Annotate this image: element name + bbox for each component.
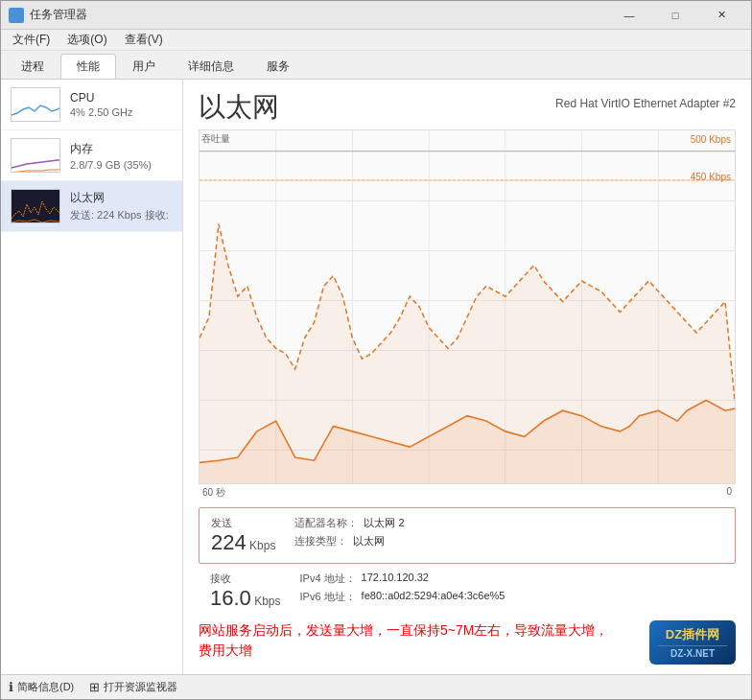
chart-label-500k: 500 Kbps	[691, 134, 731, 145]
panel-subtitle: Red Hat VirtIO Ethernet Adapter #2	[555, 97, 736, 110]
send-stat-block: 发送 224 Kbps	[211, 516, 275, 555]
title-bar: 任务管理器 — □ ✕	[1, 1, 751, 30]
network-stat: 发送: 224 Kbps 接收:	[70, 208, 173, 222]
conn-type-key: 连接类型：	[294, 534, 347, 548]
tab-users[interactable]: 用户	[116, 54, 172, 79]
tab-details[interactable]: 详细信息	[172, 54, 250, 79]
main-content: CPU 4% 2.50 GHz 内存 2.8/7.9 GB (35%)	[1, 80, 751, 674]
sidebar-item-memory[interactable]: 内存 2.8/7.9 GB (35%)	[1, 130, 182, 181]
summary-icon: ℹ	[9, 680, 13, 694]
summary-label: 简略信息(D)	[17, 680, 74, 694]
chart-x-labels: 60 秒 0	[199, 484, 736, 502]
chart-x-end: 0	[726, 486, 732, 500]
right-panel: 以太网 Red Hat VirtIO Ethernet Adapter #2 吞…	[183, 80, 751, 674]
memory-mini-chart	[11, 138, 60, 173]
adapter-name-row: 适配器名称： 以太网 2	[294, 516, 404, 530]
status-bar: ℹ 简略信息(D) ⊞ 打开资源监视器	[1, 674, 751, 699]
monitor-label: 打开资源监视器	[104, 680, 177, 694]
tab-services[interactable]: 服务	[250, 54, 306, 79]
menu-file[interactable]: 文件(F)	[5, 30, 58, 50]
send-label: 发送	[211, 516, 275, 530]
network-info: 以太网 发送: 224 Kbps 接收:	[70, 190, 173, 222]
chart-y-label: 吞吐量	[201, 132, 230, 146]
adapter-name-val: 以太网 2	[364, 516, 404, 530]
network-mini-chart	[11, 189, 60, 223]
watermark-line2: DZ-X.NET	[658, 645, 727, 659]
monitor-icon: ⊞	[89, 680, 100, 694]
stats-container: 发送 224 Kbps 适配器名称： 以太网 2 连接类型： 以太网	[199, 507, 736, 564]
window-controls: — □ ✕	[607, 1, 743, 30]
chart-x-start: 60 秒	[202, 486, 225, 500]
ipv6-key: IPv6 地址：	[300, 590, 356, 604]
cpu-info: CPU 4% 2.50 GHz	[70, 91, 173, 118]
main-chart-svg	[200, 130, 735, 483]
ipv6-row: IPv6 地址： fe80::a0d2:5294:a0e4:3c6e%5	[300, 590, 505, 604]
tab-performance[interactable]: 性能	[60, 54, 116, 79]
network-label: 以太网	[70, 190, 173, 206]
maximize-button[interactable]: □	[653, 1, 697, 30]
status-monitor[interactable]: ⊞ 打开资源监视器	[89, 680, 177, 694]
network-chart: 吞吐量 500 Kbps 450 Kbps	[199, 129, 736, 484]
recv-value: 16.0	[210, 586, 251, 610]
watermark: DZ插件网 DZ-X.NET	[649, 620, 736, 665]
recv-label: 接收	[210, 572, 281, 586]
ipv4-key: IPv4 地址：	[300, 572, 356, 586]
panel-title: 以太网	[199, 89, 279, 126]
receive-row: 接收 16.0 Kbps IPv4 地址： 172.10.120.32 IPv6…	[199, 568, 736, 615]
memory-info: 内存 2.8/7.9 GB (35%)	[70, 141, 173, 171]
conn-type-row: 连接类型： 以太网	[294, 534, 404, 548]
ipv6-val: fe80::a0d2:5294:a0e4:3c6e%5	[362, 590, 505, 604]
recv-value-row: 16.0 Kbps	[210, 586, 281, 611]
sidebar: CPU 4% 2.50 GHz 内存 2.8/7.9 GB (35%)	[1, 80, 183, 674]
send-value: 224	[211, 530, 247, 554]
cpu-stat: 4% 2.50 GHz	[70, 106, 173, 118]
status-summary[interactable]: ℹ 简略信息(D)	[9, 680, 74, 694]
annotation-line2: 费用大增	[199, 642, 252, 658]
panel-header: 以太网 Red Hat VirtIO Ethernet Adapter #2	[199, 89, 736, 126]
ip-detail-col: IPv4 地址： 172.10.120.32 IPv6 地址： fe80::a0…	[300, 572, 505, 611]
ipv4-val: 172.10.120.32	[362, 572, 429, 586]
svg-rect-1	[12, 139, 60, 173]
menu-bar: 文件(F) 选项(O) 查看(V)	[1, 30, 751, 51]
app-icon	[9, 8, 24, 23]
tab-bar: 进程 性能 用户 详细信息 服务	[1, 51, 751, 80]
ipv4-row: IPv4 地址： 172.10.120.32	[300, 572, 505, 586]
bottom-annotation: 网站服务启动后，发送量大增，一直保持5~7M左右，导致流量大增， 费用大增 DZ…	[199, 620, 736, 665]
window-title: 任务管理器	[30, 7, 607, 23]
task-manager-window: 任务管理器 — □ ✕ 文件(F) 选项(O) 查看(V) 进程 性能 用户 详…	[0, 0, 752, 700]
send-value-row: 224 Kbps	[211, 530, 275, 555]
recv-stat-block: 接收 16.0 Kbps	[210, 572, 281, 611]
detail-col: 适配器名称： 以太网 2 连接类型： 以太网	[294, 516, 404, 555]
close-button[interactable]: ✕	[699, 1, 743, 30]
chart-label-450k: 450 Kbps	[691, 172, 731, 182]
annotation-text: 网站服务启动后，发送量大增，一直保持5~7M左右，导致流量大增， 费用大增	[199, 620, 649, 661]
memory-label: 内存	[70, 141, 173, 157]
tab-process[interactable]: 进程	[5, 54, 60, 79]
menu-view[interactable]: 查看(V)	[117, 30, 171, 50]
menu-options[interactable]: 选项(O)	[59, 30, 114, 50]
conn-type-val: 以太网	[353, 534, 385, 548]
annotation-line1: 网站服务启动后，发送量大增，一直保持5~7M左右，导致流量大增，	[199, 622, 608, 638]
cpu-mini-chart	[11, 87, 60, 122]
watermark-line1: DZ插件网	[666, 626, 719, 643]
memory-stat: 2.8/7.9 GB (35%)	[70, 159, 173, 171]
cpu-label: CPU	[70, 91, 173, 105]
recv-unit: Kbps	[254, 595, 280, 608]
receive-section: 接收 16.0 Kbps IPv4 地址： 172.10.120.32 IPv6…	[199, 568, 736, 615]
adapter-name-key: 适配器名称：	[294, 516, 358, 530]
minimize-button[interactable]: —	[607, 1, 651, 30]
svg-rect-0	[12, 88, 60, 122]
sidebar-item-network[interactable]: 以太网 发送: 224 Kbps 接收:	[1, 181, 182, 232]
chart-right-labels: 500 Kbps 450 Kbps	[691, 130, 731, 483]
sidebar-item-cpu[interactable]: CPU 4% 2.50 GHz	[1, 80, 182, 130]
svg-rect-2	[12, 190, 60, 223]
